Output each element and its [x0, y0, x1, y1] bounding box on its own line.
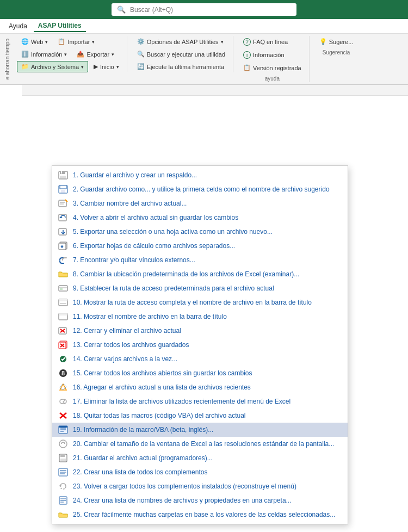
item-icon-10 [58, 298, 69, 307]
menu-asap-utilities[interactable]: ASAP Utilities [34, 20, 86, 32]
dropdown-item-7[interactable]: 7. Encontrar y/o quitar vínculos externo… [52, 253, 348, 267]
item-text-18: 18. Quitar todas las macros (código VBA)… [73, 412, 245, 419]
web-caret: ▾ [45, 39, 48, 45]
item-text-10: 10. Mostrar la ruta de acceso completa y… [73, 299, 312, 306]
dropdown-item-5[interactable]: 5. Exportar una selección o una hoja act… [52, 225, 348, 239]
ribbon-archivo-button[interactable]: 📁 Archivo y Sistema ▾ [17, 61, 88, 72]
ribbon-row-2a: ⚙️ Opciones de ASAP Utilities ▾ [133, 36, 230, 47]
item-icon-14 [58, 355, 69, 363]
dropdown-item-25[interactable]: 25. Crear fácilmente muchas carpetas en … [52, 508, 348, 522]
item-icon-9 [58, 284, 69, 293]
importar-label: Importar [67, 39, 90, 45]
web-icon: 🌐 [21, 38, 29, 45]
search-bar: 🔍 [0, 0, 408, 19]
ribbon-left-label: e ahorran tiempo [4, 39, 10, 80]
dropdown-item-11[interactable]: 11. Mostrar el nombre de archivo en la b… [52, 310, 348, 324]
ribbon-row-3b: i Información [239, 49, 306, 61]
dropdown-item-18[interactable]: 18. Quitar todas las macros (código VBA)… [52, 409, 348, 423]
info-ribbon-label: Información [253, 52, 284, 58]
dropdown-item-9[interactable]: 9. Establecer la ruta de acceso predeter… [52, 281, 348, 295]
dropdown-item-12[interactable]: 12. Cerrar y eliminar el archivo actual [52, 324, 348, 338]
sugerencia-icon: 💡 [319, 38, 327, 45]
sugerencia-label: Sugere... [329, 39, 354, 45]
dropdown-item-23[interactable]: 23. Volver a cargar todos los complement… [52, 479, 348, 493]
svg-rect-42 [60, 459, 66, 461]
item-icon-1 [58, 171, 69, 180]
dropdown-item-20[interactable]: 20. Cambiar el tamaño de la ventana de E… [52, 437, 348, 451]
svg-rect-3 [60, 176, 66, 178]
archivo-icon: 📁 [21, 63, 29, 70]
version-icon: 📋 [243, 64, 251, 71]
informacion-icon: ℹ️ [21, 51, 29, 58]
ribbon-opciones-button[interactable]: ⚙️ Opciones de ASAP Utilities ▾ [133, 36, 228, 47]
ribbon-version-button[interactable]: 📋 Versión registrada [239, 62, 306, 73]
svg-text:8: 8 [61, 370, 65, 376]
item-icon-17 [58, 397, 69, 406]
buscar-ribbon-icon: 🔍 [137, 51, 145, 58]
item-text-7: 7. Encontrar y/o quitar vínculos externo… [73, 256, 195, 264]
dropdown-item-21[interactable]: 21. Guardar el archivo actual (programad… [52, 451, 348, 465]
item-icon-19 [58, 425, 69, 434]
dropdown-item-8[interactable]: 8. Cambiar la ubicación predeterminada d… [52, 267, 348, 281]
item-text-12: 12. Cerrar y eliminar el archivo actual [73, 327, 181, 335]
svg-rect-6 [59, 200, 66, 207]
ribbon-buscar-button[interactable]: 🔍 Buscar y ejecutar una utilidad [133, 48, 230, 60]
exportar-label: Exportar [86, 51, 109, 58]
ribbon-web-button[interactable]: 🌐 Web ▾ [17, 36, 52, 47]
item-text-13: 13. Cerrar todos los archivos guardados [73, 341, 189, 349]
item-icon-2 [58, 185, 69, 194]
ribbon-info-button[interactable]: i Información [239, 49, 288, 61]
dropdown-item-19[interactable]: 19. Información de la macro/VBA (beta, i… [52, 423, 348, 437]
svg-rect-11 [59, 228, 66, 235]
inicio-icon: ▶ [94, 63, 98, 70]
dropdown-item-13[interactable]: 13. Cerrar todos los archivos guardados [52, 338, 348, 352]
menu-ayuda[interactable]: Ayuda [4, 21, 32, 32]
opciones-icon: ⚙️ [137, 38, 145, 45]
search-wrapper[interactable]: 🔍 [112, 3, 296, 16]
dropdown-item-4[interactable]: 4. Volver a abrir el archivo actual sin … [52, 211, 348, 225]
ribbon-sugerencia-button[interactable]: 💡 Sugere... [315, 36, 358, 47]
col-headers [22, 85, 408, 96]
ribbon-row-3c: 📋 Versión registrada [239, 62, 306, 73]
svg-point-39 [59, 440, 67, 448]
importar-caret: ▾ [92, 39, 95, 45]
item-icon-12 [58, 326, 69, 335]
inicio-label: Inicio [100, 64, 114, 70]
svg-rect-1 [60, 171, 65, 174]
dropdown-item-16[interactable]: 16. Agregar el archivo actual a una list… [52, 380, 348, 394]
ribbon-importar-button[interactable]: 📋 Importar ▾ [53, 36, 99, 47]
dropdown-item-2[interactable]: 2. Guardar archivo como... y utilice la … [52, 182, 348, 196]
svg-rect-41 [60, 454, 65, 457]
ribbon-group-2: ⚙️ Opciones de ASAP Utilities ▾ 🔍 Buscar… [129, 36, 233, 72]
item-text-5: 5. Exportar una selección o una hoja act… [73, 228, 273, 236]
item-text-20: 20. Cambiar el tamaño de la ventana de E… [73, 440, 334, 448]
dropdown-item-24[interactable]: 24. Crear una lista de nombres de archiv… [52, 493, 348, 508]
ribbon-inicio-button[interactable]: ▶ Inicio ▾ [89, 61, 123, 72]
archivo-label: Archivo y Sistema [31, 64, 79, 70]
ribbon-ejecute-button[interactable]: 🔄 Ejecute la última herramienta [133, 61, 228, 72]
search-input[interactable] [130, 6, 291, 14]
item-text-23: 23. Volver a cargar todos los complement… [73, 482, 296, 490]
ribbon-informacion-button[interactable]: ℹ️ Información ▾ [17, 48, 71, 60]
item-text-9: 9. Establecer la ruta de acceso predeter… [73, 284, 274, 292]
item-icon-24 [58, 496, 69, 505]
ribbon-faq-button[interactable]: ? FAQ en línea [239, 36, 292, 48]
version-label: Versión registrada [253, 65, 301, 71]
dropdown-item-17[interactable]: 17. Eliminar la lista de archivos utiliz… [52, 394, 348, 409]
item-text-16: 16. Agregar el archivo actual a una list… [73, 383, 251, 391]
item-text-24: 24. Crear una lista de nombres de archiv… [73, 497, 292, 504]
dropdown-item-15[interactable]: 815. Cerrar todos los archivos abiertos … [52, 366, 348, 380]
dropdown-item-22[interactable]: 22. Crear una lista de todos los complem… [52, 465, 348, 479]
dropdown-item-6[interactable]: 6. Exportar hojas de cálculo como archiv… [52, 239, 348, 253]
dropdown-item-10[interactable]: 10. Mostrar la ruta de acceso completa y… [52, 295, 348, 310]
ribbon-exportar-button[interactable]: 📤 Exportar ▾ [72, 48, 119, 60]
dropdown-item-3[interactable]: 3. Cambiar nombre del archivo actual... [52, 196, 348, 211]
svg-marker-47 [59, 485, 62, 486]
buscar-ribbon-label: Buscar y ejecutar una utilidad [147, 51, 225, 58]
dropdown-item-14[interactable]: 14. Cerrar varjos archivos a la vez... [52, 352, 348, 366]
svg-rect-16 [60, 288, 63, 290]
dropdown-item-1[interactable]: 1. Guardar el archivo y crear un respald… [52, 168, 348, 182]
item-text-4: 4. Volver a abrir el archivo actual sin … [73, 214, 238, 221]
item-text-22: 22. Crear una lista de todos los complem… [73, 468, 207, 476]
ribbon-group-4: 💡 Sugere... Sugerencia [312, 36, 361, 56]
